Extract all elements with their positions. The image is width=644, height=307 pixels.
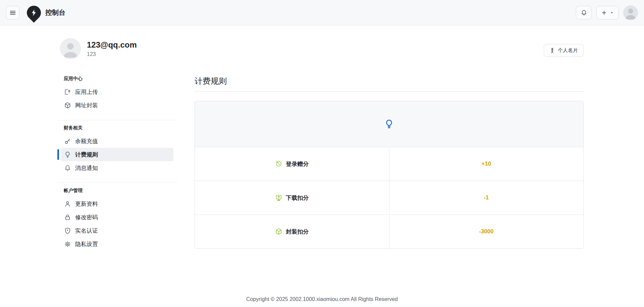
personal-card-button[interactable]: 个人名片 [544,44,584,57]
page-content: 123@qq.com 123 个人名片 应用中心 应用上传 [57,38,584,259]
top-navbar: 控制台 [0,0,644,25]
sidebar-item-label: 网址封装 [75,102,98,109]
rule-label-cell: 登录赠分 [195,147,389,181]
table-row: 登录赠分 +10 [195,147,583,181]
table-header [195,101,583,147]
billing-rules-table: 登录赠分 +10 下载扣分 -1 [195,101,584,249]
sidebar-item-billing-rules[interactable]: 计费规则 [61,148,173,161]
lightbulb-icon [384,119,394,129]
sidebar-item-update-profile[interactable]: 更新资料 [61,197,177,210]
user-avatar[interactable] [623,5,638,20]
lock-icon [64,214,71,221]
sidebar-item-label: 计费规则 [75,151,98,159]
gear-icon [64,241,71,248]
sidebar-item-notifications[interactable]: 消息通知 [61,161,177,175]
sidebar-item-label: 余额充值 [75,137,98,145]
hamburger-menu-button[interactable] [6,6,19,19]
sidebar-item-label: 隐私设置 [75,240,98,248]
lightbulb-icon [64,151,71,158]
profile-username: 123 [87,51,137,57]
sidebar-item-label: 消息通知 [75,164,98,172]
shield-icon [64,227,71,234]
bell-icon [64,165,71,172]
rule-value: +10 [389,147,584,181]
sidebar-section-app-center: 应用中心 应用上传 网址封装 [57,76,177,117]
sidebar-section-finance: 财务相关 余额充值 计费规则 [57,120,177,179]
bell-icon [581,9,587,16]
sidebar-section-account: 帐户管理 更新资料 修改密码 [57,183,177,255]
rule-value: -3000 [389,215,584,248]
profile-names: 123@qq.com 123 [87,38,137,57]
page-title: 计费规则 [195,76,584,91]
profile-header: 123@qq.com 123 个人名片 [57,38,584,59]
main-panel: 计费规则 登录赠分 +10 [195,76,584,259]
person-icon [64,200,71,207]
profile-email: 123@qq.com [87,40,137,50]
sidebar-item-label: 更新资料 [75,200,98,208]
sidebar-item-app-upload[interactable]: 应用上传 [61,85,177,99]
lightning-logo-icon [24,3,44,22]
download-icon [275,194,282,201]
sidebar-item-label: 修改密码 [75,213,98,221]
sidebar-item-label: 应用上传 [75,88,98,96]
active-indicator [57,149,59,160]
section-header: 帐户管理 [64,188,177,194]
sidebar-item-label: 实名认证 [75,227,98,235]
sidebar-item-url-packaging[interactable]: 网址封装 [61,99,177,112]
sidebar-item-realname-verification[interactable]: 实名认证 [61,224,177,237]
plus-icon [601,10,607,16]
sidebar-item-balance-recharge[interactable]: 余额充值 [61,134,177,148]
rule-label-cell: 封装扣分 [195,215,389,248]
clock-history-icon [275,160,282,168]
table-row: 下载扣分 -1 [195,181,583,214]
table-row: 封装扣分 -3000 [195,214,583,248]
rule-label-cell: 下载扣分 [195,181,389,214]
content-row: 应用中心 应用上传 网址封装 财务相关 [57,76,584,259]
create-new-button[interactable] [596,6,619,19]
sidebar-item-change-password[interactable]: 修改密码 [61,210,177,224]
section-header: 应用中心 [64,76,177,82]
caret-down-icon [610,11,614,15]
sidebar: 应用中心 应用上传 网址封装 财务相关 [57,76,177,259]
hamburger-icon [9,9,16,16]
app-title: 控制台 [45,8,65,17]
rule-value: -1 [389,181,584,214]
rule-label: 下载扣分 [286,194,309,202]
upload-icon [64,88,71,96]
notifications-button[interactable] [576,6,592,19]
rule-label: 登录赠分 [286,160,309,168]
sidebar-item-privacy-settings[interactable]: 隐私设置 [61,237,177,251]
personal-card-label: 个人名片 [558,47,578,54]
key-icon [64,138,71,145]
profile-avatar [60,38,81,59]
copyright-footer: Copyright © 2025 2002.1000.xiaomiou.com … [0,296,644,302]
cube-icon [275,228,282,235]
person-card-icon [549,48,555,53]
rule-label: 封装扣分 [286,228,309,236]
section-header: 财务相关 [64,125,177,131]
brand[interactable]: 控制台 [27,6,65,20]
cube-icon [64,102,71,109]
